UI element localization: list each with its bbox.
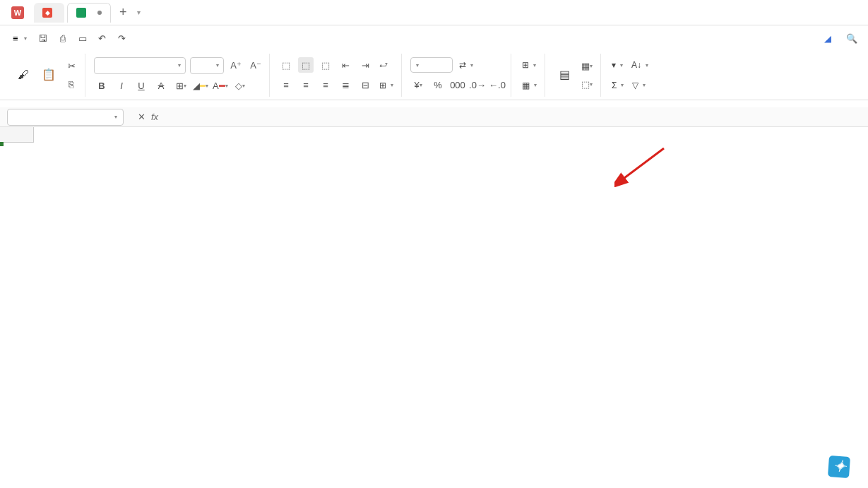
align-left-icon[interactable]: ≡	[278, 78, 294, 93]
cond-format-button[interactable]: ▤	[554, 66, 575, 85]
annotation-arrow	[614, 145, 671, 187]
column-headers	[0, 127, 868, 143]
number-format-select[interactable]: ▾	[410, 57, 453, 73]
file-menu-button[interactable]: ≡ ▾	[8, 30, 31, 47]
cond-format-icon: ▤	[557, 67, 572, 83]
comma-icon[interactable]: 000	[450, 78, 465, 93]
fill-icon: ▾	[612, 60, 616, 70]
ribbon: 🖌 📋 ✂ ⎘ ▾ ▾ A⁺ A⁻ B I U A ⊞▾ ◢▾ A▾ ◇▾	[0, 51, 868, 100]
align-top-icon[interactable]: ⬚	[278, 57, 294, 73]
clipboard-icon: 📋	[41, 67, 57, 83]
distribute-icon[interactable]: ⊟	[357, 78, 373, 93]
svg-line-0	[622, 148, 664, 180]
rows-icon: ⊞	[522, 60, 529, 70]
wps-ai-button[interactable]: ◢	[824, 33, 834, 44]
save-icon[interactable]: 🖫	[35, 30, 51, 46]
sort-button[interactable]: A↓▾	[629, 59, 650, 71]
funnel-icon: ▽	[632, 81, 638, 90]
undo-icon[interactable]: ↶	[95, 30, 110, 46]
fx-controls: ✕ fx	[138, 112, 158, 122]
rows-cols-button[interactable]: ⊞▾	[520, 59, 538, 71]
add-tab-button[interactable]: +	[112, 5, 134, 20]
ribbon-group-clipboard: 🖌 📋 ✂ ⎘	[7, 54, 85, 97]
merge-icon: ⊞	[379, 81, 386, 90]
convert-icon: ⇄	[459, 60, 466, 70]
ribbon-group-font: ▾ ▾ A⁺ A⁻ B I U A ⊞▾ ◢▾ A▾ ◇▾	[88, 54, 270, 97]
copy-icon[interactable]: ⎘	[64, 77, 79, 93]
increase-decimal-icon[interactable]: .0→	[470, 78, 485, 93]
align-right-icon[interactable]: ≡	[318, 78, 333, 93]
fill-button[interactable]: ▾▾	[610, 59, 625, 71]
ribbon-group-editing: ▾▾ A↓▾ Σ▾ ▽▾	[604, 54, 656, 97]
styles-icon[interactable]: ▦▾	[579, 59, 595, 74]
filter-button[interactable]: ▽▾	[630, 80, 648, 91]
chevron-down-icon[interactable]: ▾	[137, 8, 141, 16]
chevron-down-icon: ▾	[114, 114, 117, 120]
format-icon[interactable]: ⬚▾	[579, 77, 595, 93]
sum-button[interactable]: Σ▾	[610, 80, 626, 91]
decrease-decimal-icon[interactable]: ←.0	[489, 78, 505, 93]
bold-button[interactable]: B	[94, 78, 109, 93]
title-bar: W ◆ + ▾	[0, 0, 868, 25]
clear-format-icon[interactable]: ◇▾	[232, 78, 248, 93]
tab-workbook[interactable]	[67, 3, 111, 23]
justify-icon[interactable]: ≣	[338, 78, 353, 93]
currency-icon[interactable]: ¥▾	[410, 78, 426, 93]
hamburger-icon: ≡	[13, 33, 18, 44]
percent-icon[interactable]: %	[430, 78, 446, 93]
worksheet-button[interactable]: ▦▾	[520, 80, 539, 91]
border-button[interactable]: ⊞▾	[173, 78, 189, 93]
sheet-icon: ▦	[522, 81, 530, 90]
ai-icon: ◢	[824, 33, 831, 44]
align-middle-icon[interactable]: ⬚	[298, 57, 314, 73]
decrease-indent-icon[interactable]: ⇤	[338, 57, 353, 73]
wrap-icon: ⮐	[379, 60, 388, 70]
chevron-down-icon: ▾	[24, 35, 27, 42]
wrap-text-button[interactable]: ⮐	[377, 59, 392, 71]
fill-color-button[interactable]: ◢▾	[193, 78, 208, 93]
search-icon[interactable]: 🔍	[844, 30, 860, 46]
strike-button[interactable]: A	[153, 78, 169, 93]
name-box[interactable]: ▾	[7, 109, 124, 126]
active-cell-selection	[0, 143, 3, 145]
wps-logo-icon: W	[11, 6, 24, 19]
paste-button[interactable]: 📋	[38, 66, 59, 85]
ribbon-group-cells: ⊞▾ ▦▾	[514, 54, 545, 97]
italic-button[interactable]: I	[114, 78, 129, 93]
brush-icon: 🖌	[16, 67, 31, 83]
fx-icon[interactable]: fx	[151, 112, 158, 122]
convert-button[interactable]: ⇄▾	[457, 59, 475, 71]
font-color-button[interactable]: A▾	[213, 78, 228, 93]
redo-icon[interactable]: ↷	[114, 30, 130, 46]
cancel-icon[interactable]: ✕	[138, 112, 145, 122]
formula-input[interactable]	[158, 109, 868, 126]
increase-font-icon[interactable]: A⁺	[228, 58, 244, 73]
print-icon[interactable]: ⎙	[55, 30, 71, 46]
spreadsheet	[0, 127, 868, 143]
underline-button[interactable]: U	[133, 78, 149, 93]
watermark-icon: ✦	[828, 456, 850, 478]
format-painter-button[interactable]: 🖌	[13, 66, 34, 85]
app-logo: W	[6, 6, 32, 19]
font-size-select[interactable]: ▾	[190, 57, 224, 74]
ribbon-group-number: ▾ ⇄▾ ¥▾ % 000 .0→ ←.0	[405, 54, 511, 97]
font-family-select[interactable]: ▾	[94, 57, 186, 74]
formula-bar: ▾ ✕ fx	[0, 107, 868, 127]
sigma-icon: Σ	[612, 81, 617, 90]
ribbon-group-styles: ▤ ▦▾ ⬚▾	[548, 54, 601, 97]
ribbon-group-alignment: ⬚ ⬚ ⬚ ⇤ ⇥ ⮐ ≡ ≡ ≡ ≣ ⊟ ⊞▾	[273, 54, 402, 97]
increase-indent-icon[interactable]: ⇥	[357, 57, 373, 73]
select-all-corner[interactable]	[0, 127, 34, 143]
spreadsheet-icon	[76, 8, 86, 18]
cut-icon[interactable]: ✂	[64, 59, 79, 74]
modified-indicator	[97, 11, 102, 15]
sort-icon: A↓	[631, 60, 641, 70]
preview-icon[interactable]: ▭	[75, 30, 90, 46]
decrease-font-icon[interactable]: A⁻	[248, 58, 263, 73]
bucket-icon: ◢	[193, 81, 200, 91]
align-bottom-icon[interactable]: ⬚	[318, 57, 333, 73]
tab-template[interactable]: ◆	[34, 3, 64, 23]
align-center-icon[interactable]: ≡	[298, 78, 314, 93]
template-icon: ◆	[42, 8, 52, 18]
merge-button[interactable]: ⊞▾	[377, 80, 396, 91]
